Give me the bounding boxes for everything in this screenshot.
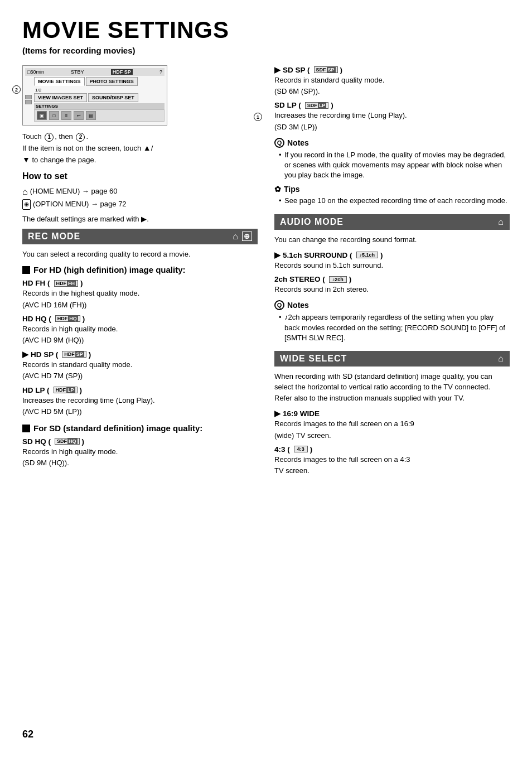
hd-sp-desc1: Records in standard quality mode.: [22, 360, 258, 370]
hd-sp-arrow: ▶: [22, 350, 28, 359]
hd-fh-badge-part1: HDF: [56, 281, 67, 286]
wide-select-header: WIDE SELECT ⌂: [274, 351, 510, 367]
sd-hq-desc1: Records in high quality mode.: [22, 447, 258, 457]
photo-settings-btn[interactable]: PHOTO SETTINGS: [86, 77, 138, 86]
hd-sp-desc2: (AVC HD 7M (SP)): [22, 371, 258, 381]
sd-sp-badge-part2: SP: [327, 67, 336, 73]
surround-badge-text: ♪5.1ch: [359, 252, 376, 258]
option-icon: ⊕: [22, 199, 31, 210]
hd-hq-desc1: Records in high quality mode.: [22, 324, 258, 334]
surround-arrow: ▶: [274, 250, 280, 259]
hd-lp-badge-part2: LP: [66, 387, 75, 393]
rec-mode-tips-header: ✿ Tips: [274, 185, 510, 194]
hd-sp-badge: HDFSP: [62, 351, 86, 358]
sd-sp-label: ▶ SD SP ( SDFSP ): [274, 65, 510, 74]
movie-settings-btn[interactable]: MOVIE SETTINGS: [34, 77, 85, 86]
surround-label: ▶ 5.1ch SURROUND ( ♪5.1ch ): [274, 250, 510, 259]
stereo-label: 2ch STEREO ( ♪2ch ): [274, 275, 510, 283]
audio-mode-desc: You can change the recording sound forma…: [274, 234, 510, 245]
stereo-badge: ♪2ch: [329, 276, 347, 283]
ratio43-label: 4:3 ( 4:3 ): [274, 445, 510, 454]
view-images-btn[interactable]: VIEW IMAGES SET: [34, 93, 87, 102]
rec-mode-notes-header: Q Notes: [274, 138, 510, 148]
rec-mode-label: REC MODE: [28, 232, 80, 242]
page-title: MOVIE SETTINGS: [22, 17, 510, 44]
rec-mode-note-item-1: If you record in the LP mode, the qualit…: [279, 150, 510, 181]
rec-mode-option-icon: ⊕: [242, 232, 252, 241]
settings-icon-3: ≡: [61, 111, 71, 120]
surround-desc: Records sound in 5.1ch surround.: [274, 261, 510, 271]
sd-hq-badge: SDFHQ: [55, 438, 80, 445]
rec-mode-notes: Q Notes If you record in the LP mode, th…: [274, 138, 510, 181]
audio-mode-label: AUDIO MODE: [280, 217, 344, 227]
sd-lp-badge: SDFLP: [305, 102, 329, 109]
hd-sp-text: HD SP (: [31, 350, 58, 359]
ratio43-badge: 4:3: [294, 446, 308, 452]
ratio43-desc1: Records images to the full screen on a 4…: [274, 455, 510, 465]
hd-fh-badge: HDFFH: [54, 280, 79, 287]
option-menu-line: ⊕ (OPTION MENU) → page 72: [22, 199, 258, 210]
sd-lp-label: SD LP ( SDFLP ): [274, 101, 510, 109]
ratio43-text: 4:3 (: [274, 445, 290, 454]
then-word: , then: [55, 132, 75, 141]
rec-mode-notes-label: Notes: [287, 138, 309, 147]
hd-sp-close: ): [89, 350, 91, 359]
default-settings-note: The default settings are marked with ▶.: [22, 215, 258, 223]
audio-mode-notes-label: Notes: [287, 301, 309, 310]
rec-mode-desc: You can select a recording quality to re…: [22, 249, 258, 260]
sd-lp-desc2: (SD 3M (LP)): [274, 122, 510, 132]
up-arrow-icon: ▲: [143, 143, 151, 152]
annotation-1: 1: [254, 113, 262, 121]
settings-label: SETTINGS: [34, 103, 165, 109]
surround-text: 5.1ch SURROUND (: [283, 251, 352, 259]
stereo-badge-text: ♪2ch: [331, 277, 345, 282]
settings-icon-5: ▤: [86, 111, 96, 120]
audio-mode-header: AUDIO MODE ⌂: [274, 214, 510, 230]
sd-heading-text: For SD (standard definition) image quali…: [33, 423, 202, 433]
wide-select-desc: When recording with SD (standard definit…: [274, 371, 510, 404]
circle-1: 1: [45, 133, 54, 142]
black-square-sd: [22, 425, 30, 432]
sd-lp-badge-part1: SDF: [307, 103, 317, 108]
surround-badge: ♪5.1ch: [356, 252, 379, 258]
hd-fh-text: HD FH (: [22, 279, 50, 287]
page-number: 62: [22, 729, 33, 740]
hd-lp-label: HD LP ( HDFLP ): [22, 386, 258, 394]
sd-quality-heading: For SD (standard definition) image quali…: [22, 423, 258, 433]
hd-lp-close: ): [80, 386, 83, 394]
sound-disp-btn[interactable]: SOUND/DISP SET: [88, 93, 138, 102]
rec-mode-tips-label: Tips: [284, 185, 300, 194]
hd-hq-text: HD HQ (: [22, 315, 51, 323]
hd-hq-close: ): [83, 315, 85, 323]
sd-sp-badge: SDFSP: [314, 66, 338, 73]
rec-mode-tips-list: See page 10 on the expected recording ti…: [274, 196, 510, 206]
sd-lp-desc1: Increases the recording time (Long Play)…: [274, 110, 510, 120]
audio-mode-notes: Q Notes ♪2ch appears temporarily regardl…: [274, 300, 510, 343]
stby-indicator: STBY: [71, 69, 84, 75]
settings-icon-4: ↩: [74, 111, 84, 120]
home-menu-line: ⌂ (HOME MENU) → page 60: [22, 185, 258, 199]
rec-mode-tip-item-1: See page 10 on the expected recording ti…: [279, 196, 510, 206]
hd-lp-desc1: Increases the recording time (Long Play)…: [22, 396, 258, 406]
home-icon: ⌂: [22, 185, 28, 199]
how-to-set-heading: How to set: [22, 171, 258, 181]
sd-sp-close: ): [340, 66, 343, 74]
sd-hq-label: SD HQ ( SDFHQ ): [22, 437, 258, 446]
audio-mode-home-icon: ⌂: [498, 217, 504, 227]
how-to-set-section: How to set ⌂ (HOME MENU) → page 60 ⊕ (OP…: [22, 171, 258, 223]
wide-select-label: WIDE SELECT: [280, 354, 347, 364]
annotation-2: 2: [12, 85, 21, 94]
audio-mode-header-icons: ⌂: [498, 217, 504, 227]
hd-fh-label: HD FH ( HDFFH ): [22, 279, 258, 287]
down-arrow-icon: ▼: [22, 155, 30, 164]
hd-sp-badge-part1: HDF: [64, 351, 75, 357]
sd-sp-badge-part1: SDF: [316, 67, 326, 73]
hd-sp-label: ▶ HD SP ( HDFSP ): [22, 350, 258, 359]
rec-mode-tips: ✿ Tips See page 10 on the expected recor…: [274, 185, 510, 206]
audio-mode-notes-list: ♪2ch appears temporarily regardless of t…: [274, 312, 510, 343]
stereo-text: 2ch STEREO (: [274, 275, 325, 283]
wide-169-desc2: (wide) TV screen.: [274, 431, 510, 441]
period: .: [86, 132, 88, 141]
rec-mode-header: REC MODE ⌂ ⊕: [22, 229, 258, 244]
hd-sp-badge-part2: SP: [75, 351, 84, 357]
